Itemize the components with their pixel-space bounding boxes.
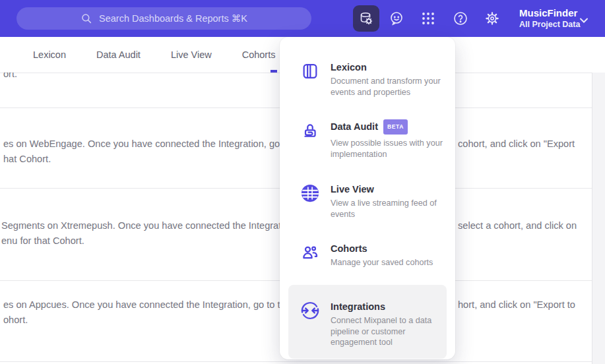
menu-item-description: Document and transform your events and p… [331, 76, 444, 98]
content-text-fragment: hort, and click on "Export to [458, 299, 575, 310]
project-selector[interactable]: MusicFinder All Project Data [519, 7, 580, 30]
settings-button[interactable] [484, 11, 500, 26]
row-divider [0, 361, 592, 362]
question-circle-icon [453, 11, 468, 26]
content-text-fragment: cohort, and click on "Export [458, 138, 575, 149]
apps-grid-button[interactable] [420, 11, 436, 26]
content-text-fragment: ohort. [3, 315, 28, 325]
smiley-bubble-icon [389, 11, 404, 26]
menu-item-title: Integrations [331, 301, 444, 313]
database-gear-icon [358, 11, 374, 26]
project-scope: All Project Data [519, 19, 580, 30]
scrollbar-track[interactable] [592, 73, 605, 364]
search-placeholder: Search Dashboards & Reports ⌘K [99, 13, 247, 24]
chevron-down-icon[interactable] [579, 15, 589, 26]
menu-item-data-audit[interactable]: Data AuditBETA View possible issues with… [288, 113, 447, 167]
top-header: Search Dashboards & Reports ⌘K [0, 0, 605, 37]
content-text-fragment: es on WebEngage. Once you have connected… [3, 138, 307, 149]
menu-item-title: Data AuditBETA [331, 121, 444, 136]
tab-live-view[interactable]: Live View [171, 49, 212, 60]
feedback-button[interactable] [389, 11, 404, 26]
app-root: ort. es on WebEngage. Once you have conn… [0, 0, 605, 364]
data-management-dropdown: Lexicon Document and transform your even… [280, 37, 455, 359]
integrations-icon [300, 301, 320, 320]
help-button[interactable] [453, 11, 468, 26]
people-icon [300, 243, 320, 262]
menu-item-cohorts[interactable]: Cohorts Manage your saved cohorts [288, 235, 447, 276]
menu-item-live-view[interactable]: Live View View a live streaming feed of … [288, 175, 447, 228]
gear-icon [484, 11, 500, 26]
content-text-fragment: hat Cohort. [3, 154, 51, 164]
content-text-fragment: Segments on Xtremepush. Once you have co… [1, 220, 297, 231]
globe-icon [300, 183, 320, 203]
beta-badge: BETA [383, 119, 408, 135]
menu-item-description: Manage your saved cohorts [331, 257, 444, 268]
tab-lexicon[interactable]: Lexicon [33, 49, 66, 60]
tab-data-audit[interactable]: Data Audit [96, 49, 141, 60]
book-icon [300, 61, 320, 81]
search-icon [80, 13, 92, 24]
menu-item-lexicon[interactable]: Lexicon Document and transform your even… [288, 53, 447, 106]
menu-item-description: View a live streaming feed of events [331, 198, 444, 220]
data-management-button[interactable] [353, 5, 379, 32]
search-input[interactable]: Search Dashboards & Reports ⌘K [16, 7, 311, 30]
menu-item-integrations[interactable]: Integrations Connect Mixpanel to a data … [288, 285, 447, 359]
content-text-fragment: es on Appcues. Once you have connected t… [3, 299, 302, 310]
content-text-fragment: select a cohort, and click on [458, 220, 577, 231]
grid-dots-icon [420, 11, 436, 26]
menu-item-description: Connect Mixpanel to a data pipeline or c… [331, 315, 444, 348]
menu-item-title: Lexicon [331, 61, 444, 74]
tab-cohorts[interactable]: Cohorts [242, 49, 276, 60]
project-name: MusicFinder [519, 7, 580, 19]
active-tab-underline [271, 70, 277, 73]
menu-item-title: Cohorts [331, 243, 444, 255]
menu-item-description: View possible issues with your implement… [331, 138, 444, 160]
menu-item-title: Live View [331, 183, 444, 196]
content-text-fragment: enu for that Cohort. [1, 235, 84, 246]
lock-icon [300, 121, 320, 140]
